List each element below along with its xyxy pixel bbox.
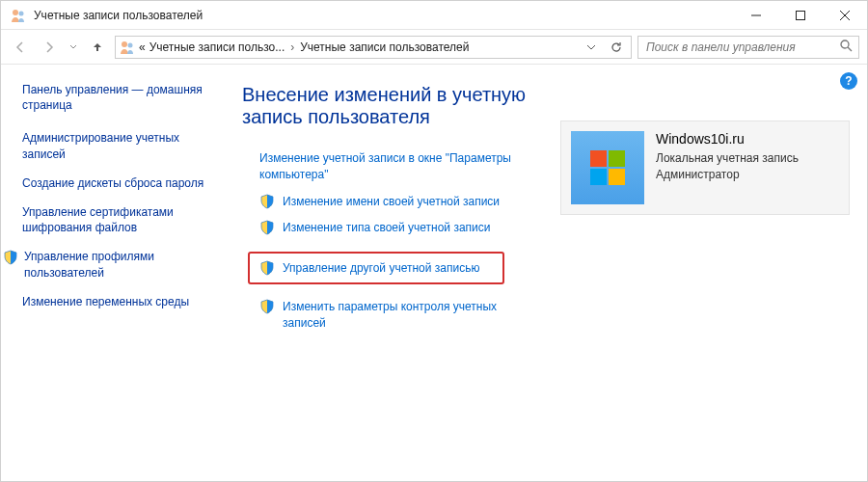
action-label: Управление другой учетной записью	[283, 259, 479, 277]
shield-icon	[259, 220, 275, 235]
action-change-type[interactable]: Изменение типа своей учетной записи	[259, 219, 543, 236]
help-button[interactable]: ?	[840, 72, 857, 90]
account-avatar	[571, 131, 644, 204]
shield-icon	[259, 299, 275, 314]
svg-point-4	[128, 42, 133, 47]
control-panel-home-link[interactable]: Панель управления — домашняя страница	[22, 82, 223, 113]
action-label: Изменение типа своей учетной записи	[283, 219, 490, 236]
svg-point-1	[19, 11, 24, 15]
sidebar-item-label: Управление сертификатами шифрования файл…	[22, 204, 223, 235]
window-title: Учетные записи пользователей	[34, 9, 203, 22]
action-manage-other-account[interactable]: Управление другой учетной записью	[248, 252, 504, 284]
close-button[interactable]	[823, 1, 867, 30]
app-icon	[11, 8, 26, 23]
main-column: Внесение изменений в учетную запись поль…	[242, 84, 543, 471]
shield-icon	[259, 194, 275, 209]
nav-forward-button[interactable]	[38, 36, 61, 59]
sidebar-item-label: Администрирование учетных записей	[22, 130, 223, 161]
address-dropdown-button[interactable]	[581, 37, 602, 58]
sidebar-item-env-vars[interactable]: Изменение переменных среды	[22, 294, 223, 309]
main-panel: Внесение изменений в учетную запись поль…	[232, 65, 867, 481]
search-icon[interactable]	[840, 40, 853, 55]
sidebar-item-password-reset-disk[interactable]: Создание дискеты сброса пароля	[22, 175, 223, 191]
shield-icon	[3, 250, 18, 265]
breadcrumb-item-1[interactable]: Учетные записи пользо...	[149, 40, 285, 54]
nav-recent-dropdown[interactable]	[67, 36, 80, 59]
action-change-name[interactable]: Изменение имени своей учетной записи	[259, 193, 543, 210]
nav-back-button[interactable]	[9, 36, 32, 59]
toolbar: « Учетные записи пользо... › Учетные зап…	[1, 30, 867, 65]
account-info: Windows10i.ru Локальная учетная запись А…	[656, 131, 799, 204]
sidebar-item-label: Изменение переменных среды	[22, 294, 189, 309]
address-bar[interactable]: « Учетные записи пользо... › Учетные зап…	[115, 36, 632, 59]
action-label: Изменение имени своей учетной записи	[283, 193, 500, 210]
svg-rect-2	[797, 11, 805, 19]
action-label: Изменение учетной записи в окне "Парамет…	[259, 149, 543, 183]
breadcrumb-prefix: «	[139, 40, 146, 54]
breadcrumb-item-2[interactable]: Учетные записи пользователей	[300, 40, 469, 54]
maximize-button[interactable]	[778, 1, 823, 30]
page-heading: Внесение изменений в учетную запись поль…	[242, 84, 543, 128]
breadcrumb-separator: ›	[288, 40, 296, 54]
action-label: Изменить параметры контроля учетных запи…	[283, 298, 533, 332]
refresh-button[interactable]	[606, 37, 627, 58]
nav-up-button[interactable]	[86, 36, 109, 59]
sidebar-item-label: Создание дискеты сброса пароля	[22, 175, 203, 191]
shield-icon	[259, 260, 275, 276]
content-area: ? Панель управления — домашняя страница …	[1, 65, 867, 481]
svg-point-3	[122, 41, 127, 47]
sidebar: Панель управления — домашняя страница Ад…	[1, 65, 232, 481]
windows-logo-icon	[590, 150, 625, 185]
sidebar-item-user-profiles[interactable]: Управление профилями пользователей	[3, 249, 223, 280]
sidebar-item-encryption-certs[interactable]: Управление сертификатами шифрования файл…	[22, 204, 223, 235]
minimize-button[interactable]	[734, 1, 778, 30]
account-role: Администратор	[656, 167, 799, 183]
action-change-in-settings[interactable]: Изменение учетной записи в окне "Парамет…	[259, 149, 543, 183]
titlebar: Учетные записи пользователей	[1, 1, 867, 30]
search-box[interactable]	[637, 36, 859, 59]
svg-point-0	[13, 10, 18, 15]
action-uac-settings[interactable]: Изменить параметры контроля учетных запи…	[259, 298, 543, 332]
account-type: Локальная учетная запись	[656, 150, 799, 167]
sidebar-item-admin-accounts[interactable]: Администрирование учетных записей	[22, 130, 223, 161]
address-icon	[120, 40, 135, 55]
search-input[interactable]	[644, 40, 840, 55]
account-name: Windows10i.ru	[656, 131, 799, 147]
account-card: Windows10i.ru Локальная учетная запись А…	[560, 120, 850, 215]
sidebar-item-label: Управление профилями пользователей	[24, 249, 223, 280]
svg-point-5	[841, 40, 849, 48]
action-list: Изменение учетной записи в окне "Парамет…	[242, 149, 543, 332]
